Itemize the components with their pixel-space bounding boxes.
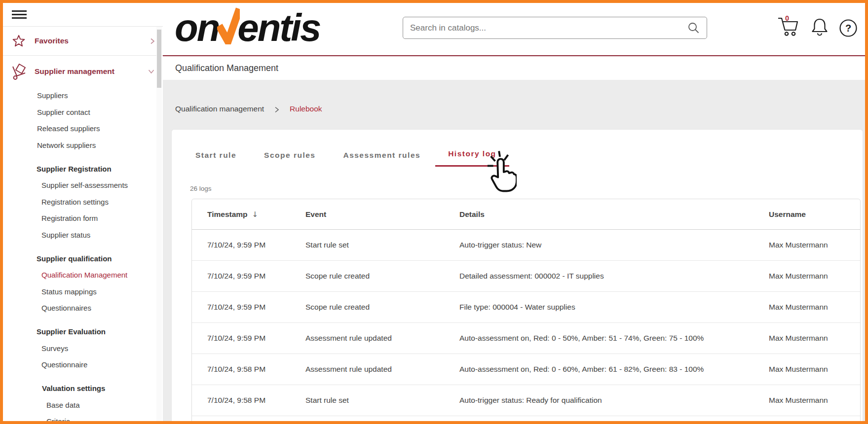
table-row[interactable]: 7/10/24, 9:59 PM Scope rule created File… <box>192 292 860 323</box>
cell-details: Detailed assessment: 000002 - IT supplie… <box>459 261 769 292</box>
main-area: onentis 0 <box>163 3 865 421</box>
sidebar-menu-item-label: Registration settings <box>41 198 109 206</box>
sidebar-menu-item-label: Criteria <box>46 417 70 421</box>
top-header: onentis 0 <box>163 3 865 56</box>
sidebar-menu-item-label: Registration form <box>41 214 98 222</box>
table-row[interactable]: 7/10/24, 9:59 PM Scope rule created Deta… <box>192 261 860 292</box>
sort-desc-icon[interactable]: ↓ <box>252 210 259 219</box>
breadcrumb-parent[interactable]: Qualification management <box>175 105 264 113</box>
notifications-bell-icon[interactable] <box>810 17 829 40</box>
tab[interactable]: Start rule <box>195 151 236 167</box>
sidebar-item-supplier-management[interactable]: Supplier management <box>3 56 163 87</box>
sidebar-menu-item-label: Questionnaires <box>41 304 91 312</box>
table-row[interactable]: 7/10/24, 9:59 PM Assessment rule updated… <box>192 323 860 354</box>
app-window: Favorites Supplier management <box>0 0 868 424</box>
sidebar-menu-item[interactable]: Supplier Registration <box>3 161 163 177</box>
cell-timestamp: 7/10/24, 9:59 PM <box>192 230 305 261</box>
cell-username: Max Mustermann <box>769 292 860 323</box>
sidebar: Favorites Supplier management <box>3 3 163 421</box>
sidebar-menu-item[interactable]: Supplier self-assessments <box>3 177 163 194</box>
sidebar-menu-item-label: Base data <box>46 401 80 409</box>
search-icon[interactable] <box>687 22 700 36</box>
column-header-timestamp[interactable]: Timestamp↓ <box>192 199 305 230</box>
star-icon <box>10 34 27 48</box>
sidebar-scrollbar-thumb[interactable] <box>157 30 161 88</box>
cell-timestamp: 7/10/24, 9:59 PM <box>192 261 305 292</box>
cell-event: Start rule set <box>305 385 459 416</box>
cell-event: Assessment rule updated <box>305 354 459 385</box>
sidebar-menu-item[interactable]: Registration form <box>3 210 163 227</box>
tab[interactable]: History log <box>435 149 509 167</box>
breadcrumb-current[interactable]: Rulebook <box>290 105 322 113</box>
sidebar-item-favorites[interactable]: Favorites <box>3 27 163 56</box>
page-title: Qualification Management <box>175 63 278 73</box>
cell-details: Auto-assessment on, Red: 0 - 60%, Amber:… <box>459 354 769 385</box>
sidebar-menu-item[interactable]: Suppliers <box>3 87 163 104</box>
cell-username: Max Mustermann <box>769 385 860 416</box>
hamburger-menu-icon[interactable] <box>12 8 27 21</box>
cell-username: Max Mustermann <box>769 261 860 292</box>
sidebar-menu-item[interactable]: Valuation settings <box>3 380 163 397</box>
tab-label: Start rule <box>195 151 236 159</box>
table-row[interactable]: 7/10/24, 9:58 PM Assessment rule updated… <box>192 354 860 385</box>
logs-count: 26 logs <box>190 185 863 192</box>
sidebar-menu-item[interactable]: Supplier qualification <box>3 250 163 267</box>
sidebar-scrollbar[interactable] <box>156 27 162 421</box>
sidebar-menu-item-label: Suppliers <box>37 91 68 100</box>
sidebar-menu-item[interactable]: Status mappings <box>3 283 163 300</box>
sidebar-item-label: Supplier management <box>35 67 114 76</box>
cell-username: Max Mustermann <box>769 230 860 261</box>
logo-text-entis: entis <box>237 6 320 49</box>
logo-text-on: on <box>175 6 219 49</box>
sidebar-menu-item-label: Qualification Management <box>41 271 127 279</box>
sidebar-menu-item[interactable]: Questionnaires <box>3 300 163 317</box>
help-icon[interactable]: ? <box>839 19 858 39</box>
cell-timestamp: 7/10/24, 9:59 PM <box>192 323 305 354</box>
history-log-table: Timestamp↓ Event Details Username 7/10/2… <box>191 199 861 421</box>
cell-details: Auto-assessment on, Red: 0 - 50%, Amber:… <box>459 323 769 354</box>
sidebar-item-label: Favorites <box>35 36 69 45</box>
onventis-logo: onentis <box>175 5 320 54</box>
sidebar-menu-item[interactable]: Released suppliers <box>3 120 163 137</box>
cell-timestamp: 7/10/24, 9:58 PM <box>192 354 305 385</box>
tab[interactable]: Scope rules <box>264 151 315 167</box>
svg-text:?: ? <box>845 23 851 34</box>
table-row[interactable]: 7/10/24, 9:58 PM Start rule set Auto-tri… <box>192 385 860 416</box>
content-area: Qualification management Rulebook Start … <box>163 80 865 421</box>
sidebar-menu-item[interactable]: Base data <box>3 397 163 414</box>
search-input[interactable] <box>403 17 707 39</box>
sidebar-menu-item[interactable]: Qualification Management <box>3 267 163 283</box>
breadcrumb-chevron-icon <box>274 106 279 113</box>
cell-details: Auto-trigger status: New <box>459 230 769 261</box>
column-header-username[interactable]: Username <box>769 199 860 230</box>
sidebar-menu-item[interactable]: Supplier contact <box>3 104 163 121</box>
tab[interactable]: Assessment rules <box>343 151 420 167</box>
table-row[interactable]: 7/10/24, 9:59 PM Start rule set Auto-tri… <box>192 230 860 261</box>
sidebar-menu: Suppliers Supplier contact Released supp… <box>3 87 163 421</box>
chevron-right-icon <box>150 37 155 45</box>
cell-timestamp: 7/10/24, 9:58 PM <box>192 385 305 416</box>
sidebar-menu-item-label: Status mappings <box>41 287 97 296</box>
sidebar-menu-item[interactable]: Surveys <box>3 340 163 357</box>
sidebar-menu-item[interactable]: Network suppliers <box>3 137 163 154</box>
table-header-row: Timestamp↓ Event Details Username <box>192 199 860 230</box>
column-header-details[interactable]: Details <box>459 199 769 230</box>
sidebar-menu-item[interactable]: Questionnaire <box>3 356 163 373</box>
sidebar-menu-item[interactable]: Supplier status <box>3 227 163 244</box>
column-header-event[interactable]: Event <box>305 199 459 230</box>
cell-event: Scope rule created <box>305 292 459 323</box>
cell-event: Start rule set <box>305 230 459 261</box>
tab-label: Assessment rules <box>343 151 420 159</box>
section-title-bar: Qualification Management <box>163 56 865 80</box>
sidebar-menu-item-label: Supplier self-assessments <box>41 181 128 189</box>
sidebar-menu-item[interactable]: Supplier Evaluation <box>3 323 163 340</box>
sidebar-menu-item-label: Supplier contact <box>37 108 90 116</box>
cart-button[interactable]: 0 <box>777 15 799 37</box>
sidebar-menu-item-label: Supplier Registration <box>37 165 112 173</box>
sidebar-menu-item-label: Network suppliers <box>37 141 96 149</box>
catalog-search <box>403 17 707 39</box>
sidebar-menu-item[interactable]: Registration settings <box>3 194 163 211</box>
sidebar-menu-item[interactable]: Criteria <box>3 413 163 421</box>
chevron-down-icon <box>147 69 155 74</box>
cell-username: Max Mustermann <box>769 354 860 385</box>
